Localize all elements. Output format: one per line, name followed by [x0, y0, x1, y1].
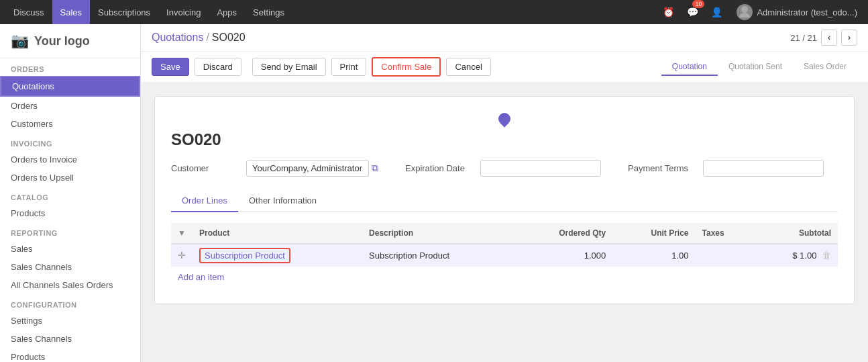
tab-other-info[interactable]: Other Information — [238, 190, 327, 212]
delete-row-icon[interactable]: 🗑 — [822, 250, 831, 261]
product-name-link[interactable]: Subscription Product — [199, 248, 290, 263]
breadcrumb-parent[interactable]: Quotations — [152, 32, 203, 44]
col-description: Description — [362, 223, 514, 244]
row-taxes-cell — [696, 244, 753, 267]
section-catalog: Catalog — [0, 187, 140, 204]
nav-sales[interactable]: Sales — [52, 0, 91, 24]
pagination-prev[interactable]: ‹ — [821, 30, 837, 46]
external-link-icon[interactable]: ⧉ — [372, 163, 378, 174]
admin-menu[interactable]: Administrator (test_odo...) — [731, 0, 863, 24]
row-price-cell: 1.00 — [612, 244, 695, 267]
contacts-icon[interactable]: 👤 — [707, 3, 726, 21]
breadcrumb-separator: / — [206, 32, 209, 44]
expiration-date-input[interactable] — [480, 160, 601, 177]
nav-settings[interactable]: Settings — [245, 0, 292, 24]
admin-avatar — [737, 4, 753, 20]
section-invoicing: Invoicing — [0, 133, 140, 150]
nav-subscriptions[interactable]: Subscriptions — [90, 0, 158, 24]
sidebar-item-orders[interactable]: Orders — [0, 97, 140, 115]
row-description-cell: Subscription Product — [362, 244, 514, 267]
form-card: SO020 Customer YourCompany, Administrato… — [154, 96, 855, 304]
sidebar-item-products-catalog[interactable]: Products — [0, 204, 140, 222]
send-email-button[interactable]: Send by Email — [252, 58, 326, 76]
sidebar-item-orders-to-invoice[interactable]: Orders to Invoice — [0, 150, 140, 169]
clock-icon[interactable]: ⏰ — [659, 3, 677, 21]
expiration-field-group: Expiration Date — [405, 160, 601, 177]
nav-invoicing[interactable]: Invoicing — [158, 0, 209, 24]
status-quotation-sent[interactable]: Quotation Sent — [718, 58, 793, 76]
col-unit-price: Unit Price — [612, 223, 695, 244]
sidebar-item-sales[interactable]: Sales — [0, 240, 140, 258]
section-reporting: Reporting — [0, 222, 140, 240]
col-qty: Ordered Qty — [514, 223, 612, 244]
nav-apps[interactable]: Apps — [209, 0, 245, 24]
admin-label: Administrator (test_odo...) — [757, 7, 857, 17]
col-handle: ▼ — [171, 223, 193, 244]
form-fields: Customer YourCompany, Administrator ⧉ Ex… — [171, 160, 838, 177]
order-table: ▼ Product Description Ordered Qty Unit P… — [171, 223, 838, 267]
row-qty-cell: 1.000 — [514, 244, 612, 267]
messages-icon[interactable]: 💬 10 — [683, 3, 702, 21]
breadcrumb: Quotations / SO020 — [152, 32, 246, 44]
main-layout: 📷 Your logo Orders Quotations Orders Cus… — [0, 24, 868, 362]
status-bubble — [496, 110, 512, 127]
status-quotation[interactable]: Quotation — [661, 58, 718, 76]
sidebar-item-sales-channels[interactable]: Sales Channels — [0, 258, 140, 276]
section-orders: Orders — [0, 58, 140, 76]
nav-discuss[interactable]: Discuss — [5, 0, 52, 24]
sidebar-item-all-channels[interactable]: All Channels Sales Orders — [0, 276, 140, 294]
cancel-button[interactable]: Cancel — [446, 58, 490, 76]
sidebar-item-config-sales-channels[interactable]: Sales Channels — [0, 330, 140, 348]
action-bar: Save Discard Send by Email Print Confirm… — [141, 52, 868, 83]
col-product: Product — [193, 223, 362, 244]
payment-terms-input[interactable] — [703, 160, 824, 177]
camera-icon: 📷 — [11, 32, 29, 50]
customer-select[interactable]: YourCompany, Administrator — [246, 160, 369, 177]
discard-button[interactable]: Discard — [195, 58, 241, 76]
payment-terms-field-group: Payment Terms — [628, 160, 824, 177]
drag-handle-icon[interactable]: ✛ — [178, 250, 186, 261]
status-steps: Quotation Quotation Sent Sales Order — [661, 58, 857, 76]
top-nav: Discuss Sales Subscriptions Invoicing Ap… — [0, 0, 868, 24]
message-badge: 10 — [692, 0, 704, 8]
sidebar-logo: 📷 Your logo — [0, 24, 140, 58]
customer-field-group: Customer YourCompany, Administrator ⧉ — [171, 160, 378, 177]
sidebar-item-config-products[interactable]: Products — [0, 348, 140, 362]
breadcrumb-current: SO020 — [212, 32, 246, 44]
row-handle-cell: ✛ — [171, 244, 193, 267]
section-configuration: Configuration — [0, 294, 140, 312]
pagination: 21 / 21 ‹ › — [790, 30, 857, 46]
row-product-cell: Subscription Product — [193, 244, 362, 267]
svg-point-0 — [741, 6, 748, 13]
save-button[interactable]: Save — [152, 58, 189, 76]
pagination-next[interactable]: › — [841, 30, 857, 46]
form-area: SO020 Customer YourCompany, Administrato… — [141, 83, 868, 362]
tab-order-lines[interactable]: Order Lines — [171, 190, 238, 212]
tabs: Order Lines Other Information — [171, 190, 838, 212]
status-sales-order[interactable]: Sales Order — [793, 58, 857, 76]
col-subtotal: Subtotal — [753, 223, 838, 244]
expiration-date-label: Expiration Date — [405, 163, 472, 173]
pagination-info: 21 / 21 — [790, 33, 817, 43]
print-button[interactable]: Print — [331, 58, 367, 76]
logo-text: Your logo — [34, 34, 90, 48]
add-item-button[interactable]: Add an item — [171, 267, 231, 287]
content-area: Quotations / SO020 21 / 21 ‹ › Save Disc… — [141, 24, 868, 362]
status-bubble-container — [171, 113, 838, 125]
confirm-sale-button[interactable]: Confirm Sale — [372, 57, 441, 77]
customer-input-wrapper: YourCompany, Administrator ⧉ — [246, 160, 378, 177]
payment-terms-label: Payment Terms — [628, 163, 695, 173]
sidebar-item-orders-to-upsell[interactable]: Orders to Upsell — [0, 169, 140, 187]
sidebar: 📷 Your logo Orders Quotations Orders Cus… — [0, 24, 141, 362]
row-subtotal-cell: $ 1.00 🗑 — [753, 244, 838, 267]
table-row: ✛ Subscription Product Subscription Prod… — [171, 244, 838, 267]
customer-label: Customer — [171, 163, 238, 173]
sidebar-item-customers[interactable]: Customers — [0, 115, 140, 133]
sidebar-item-quotations[interactable]: Quotations — [0, 76, 140, 97]
form-title: SO020 — [171, 130, 838, 149]
breadcrumb-bar: Quotations / SO020 21 / 21 ‹ › — [141, 24, 868, 52]
sidebar-item-config-settings[interactable]: Settings — [0, 312, 140, 330]
col-taxes: Taxes — [696, 223, 753, 244]
